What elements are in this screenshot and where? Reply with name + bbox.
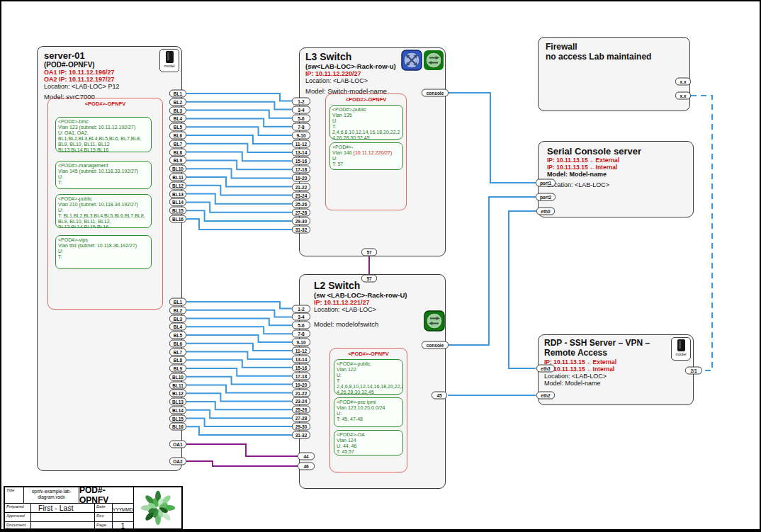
server-vlan-box-0-title: <POD#>-bmc (58, 119, 149, 125)
logo-cell (134, 487, 181, 528)
console-server-model: Model: Model-name (547, 171, 689, 178)
firewall-box: Firewall no access Lab maintained (538, 37, 690, 111)
docno-label: Document No. (5, 522, 31, 528)
console-server-ip-internal: IP: 10.11.13.15 ←Internal (547, 164, 689, 171)
server-vlan-box-1-title: <POD#>-management (58, 163, 149, 169)
server-model-icon-label: model (164, 64, 175, 68)
link-server-bl1-l2 (186, 302, 292, 309)
server-port-oa1: OA1 (169, 441, 186, 448)
l3-group-title: <POD#>-OPNFV (326, 96, 406, 103)
link-server-bl6-l2 (186, 344, 292, 351)
rdp-port-eth3: eth3 (536, 365, 555, 373)
doc-title: POD#-OPNFV (79, 487, 133, 503)
server-port-bl7-to-l3: BL7 (169, 140, 186, 147)
link-l3-console-port1 (449, 93, 536, 183)
l3-port-9-10: 9-10 (292, 131, 310, 139)
l3-port-console: console (422, 89, 449, 97)
l3-port-21-22: 21-22 (292, 183, 310, 191)
l3-vlan-box-0-title: <POD#>-public (332, 107, 400, 113)
link-server-bl16-l2 (186, 426, 292, 435)
rdp-model-icon: model (671, 337, 691, 361)
link-eth0-eth3 (509, 211, 536, 368)
rdp-ip-external: IP: 10.11.13.15 ←External (544, 358, 668, 366)
l2-port-11-12: 11-12 (292, 347, 310, 355)
server-port-bl6-to-l3: BL6 (169, 132, 186, 140)
server-port-bl14-to-l2: BL14 (169, 406, 186, 414)
server-port-oa2: OA2 (169, 458, 186, 465)
server-port-bl3-to-l2: BL3 (169, 315, 186, 322)
rdp-model: Model: Model-name (544, 380, 668, 387)
l2-port-3-4: 3-4 (292, 313, 310, 321)
l3-port-31-32: 31-32 (292, 226, 310, 234)
link-server-bl15-l2 (186, 419, 292, 427)
link-server-bl6-l3 (186, 135, 292, 144)
link-server-bl14-l2 (186, 410, 292, 418)
l3-port-7-8: 7-8 (292, 123, 310, 130)
server-model-icon: model (159, 49, 179, 72)
l3-vlan-box-1-ip: (10.11.12.220/27) (354, 150, 393, 155)
server-port-bl16-to-l3: BL16 (169, 215, 186, 223)
l2-port-console: console (422, 341, 449, 349)
l3-vlan-box-0: <POD#>-publicVlan 135U:T:2,4,6,8,10,12,1… (329, 105, 403, 140)
server-subtitle: (POD#-OPNFV) (44, 61, 161, 69)
link-server-bl10-l3 (186, 169, 292, 178)
server-port-bl15-to-l3: BL15 (169, 207, 186, 215)
l3-port-57: 57 (361, 249, 377, 256)
l2-port-44: 44 (298, 453, 315, 460)
l3-port-23-24: 23-24 (292, 191, 310, 199)
l2-port-45: 45 (432, 392, 447, 400)
rdp-ip-internal: IP: 10.11.13.15 ←Internal (544, 366, 668, 373)
rdp-port-2-1: 2/1 (685, 367, 702, 375)
l3-ip: IP: 10.11.12.220/27 (305, 70, 412, 77)
console-server-port1: port1 (536, 179, 556, 187)
server-port-bl14-to-l3: BL14 (169, 198, 186, 206)
link-server-bl9-l2 (186, 368, 292, 376)
title-block: Title opnfv-example-lab-diagram.vsdx POD… (4, 486, 183, 530)
server-port-bl12-to-l3: BL12 (169, 181, 186, 189)
link-oa2-l2-46 (186, 461, 298, 466)
rdp-server-box: RDP - SSH Server – VPN – Remote Access I… (538, 334, 694, 405)
link-server-bl3-l2 (186, 319, 292, 326)
server-port-bl4-to-l2: BL4 (169, 323, 186, 331)
l2-port-7-8: 7-8 (292, 330, 310, 338)
rdp-location: Location: <LAB-LOC> (544, 373, 668, 380)
server-port-bl1-to-l3: BL1 (169, 90, 186, 98)
server-oa1-ip: OA1 IP: 10.11.12.196/27 (44, 69, 161, 76)
link-server-bl8-l3 (186, 152, 292, 162)
server-port-bl5-to-l3: BL5 (169, 123, 186, 131)
page-value: 1 (113, 522, 133, 528)
l3-port-13-14: 13-14 (292, 149, 310, 157)
server-vlan-box-2-title: <POD#>-public (58, 196, 149, 202)
rev-label: Rev (95, 513, 113, 522)
link-server-bl10-l2 (186, 377, 292, 385)
console-server-location: Location: <LAB-LOC> (547, 181, 689, 188)
link-server-bl7-l2 (186, 352, 292, 359)
link-server-bl14-l3 (186, 202, 292, 212)
l2-port-19-20: 19-20 (292, 380, 310, 388)
l2-port-13-14: 13-14 (292, 355, 310, 363)
link-server-bl13-l3 (186, 194, 292, 204)
server-tower-glyph (166, 51, 174, 63)
link-server-bl4-l2 (186, 327, 292, 334)
approved-value (31, 513, 95, 522)
link-server-bl7-l3 (186, 144, 292, 152)
l3-vlan-box-1: <POD#>-Vlan 146 (10.11.12.220/27)U:T: 57 (329, 142, 403, 170)
console-server-eth0: eth0 (536, 208, 555, 215)
l2-model: Model: modelofswitch (314, 320, 427, 328)
server-port-bl12-to-l2: BL12 (169, 390, 186, 397)
l3-port-27-28: 27-28 (292, 208, 310, 216)
server-port-bl13-to-l3: BL13 (169, 190, 186, 198)
l3-port-1-2: 1-2 (292, 97, 310, 105)
link-server-bl8-l2 (186, 360, 292, 368)
link-server-bl1-l3 (186, 94, 292, 101)
server-group-title: <POD#>-OPNFV (48, 101, 162, 107)
l3-port-19-20: 19-20 (292, 174, 310, 182)
switch-icon (424, 310, 445, 332)
l2-vlan-box-2-title: <POD#>-OA (337, 432, 400, 438)
console-server-port2: port2 (536, 193, 556, 201)
link-server-bl12-l3 (186, 186, 292, 196)
server-port-bl10-to-l3: BL10 (169, 165, 186, 173)
link-server-bl11-l2 (186, 385, 292, 393)
server-port-bl9-to-l2: BL9 (169, 365, 186, 373)
title-label: Title (5, 487, 24, 504)
